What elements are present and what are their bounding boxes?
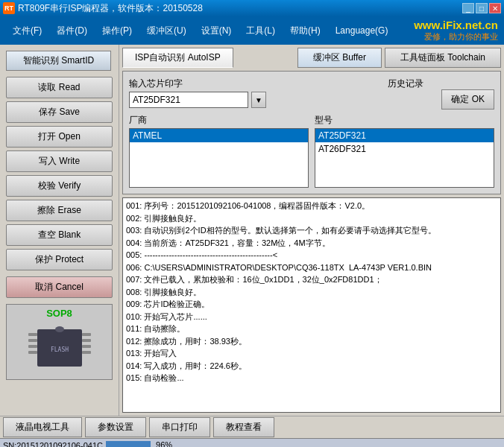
save-button[interactable]: 保存 Save xyxy=(6,101,113,123)
ok-section: 确定 OK xyxy=(441,77,494,110)
lcd-tool-button[interactable]: 液晶电视工具 xyxy=(3,417,82,437)
verify-button[interactable]: 校验 Verify xyxy=(6,175,113,197)
menu-buffer[interactable]: 缓冲区(U) xyxy=(140,22,193,39)
log-line: 010: 开始写入芯片...... xyxy=(126,311,497,323)
menu-operation[interactable]: 操作(P) xyxy=(95,22,139,39)
manufacturer-section: 厂商 ATMEL xyxy=(129,114,309,188)
right-content: ISP自动识别 AutoISP 缓冲区 Buffer 工具链面板 Toolcha… xyxy=(119,45,504,416)
cancel-button[interactable]: 取消 Cancel xyxy=(6,276,113,298)
app-icon: RT xyxy=(3,2,15,14)
svg-rect-3 xyxy=(28,339,37,342)
website-slogan: 爱修，助力你的事业 xyxy=(414,31,498,42)
svg-rect-6 xyxy=(82,333,91,336)
blank-button[interactable]: 查空 Blank xyxy=(6,224,113,246)
log-line: 013: 开始写入 xyxy=(126,347,497,360)
dropdown-button[interactable]: ▼ xyxy=(251,92,266,108)
minimize-button[interactable]: _ xyxy=(462,3,474,13)
log-line: 009: 芯片ID检验正确。 xyxy=(126,298,497,311)
menu-file[interactable]: 文件(F) xyxy=(6,22,48,39)
history-section: 历史记录 xyxy=(376,77,435,92)
params-button[interactable]: 参数设置 xyxy=(85,417,146,437)
tab-buffer[interactable]: 缓冲区 Buffer xyxy=(297,48,382,68)
log-line: 005: -----------------------------------… xyxy=(126,249,497,261)
ok-button[interactable]: 确定 OK xyxy=(441,89,494,110)
model-item-at25df321[interactable]: AT25DF321 xyxy=(315,129,494,142)
model-item-at26df321[interactable]: AT26DF321 xyxy=(315,142,494,156)
menu-tools[interactable]: 工具(L) xyxy=(239,22,282,39)
tab-smartid[interactable]: 智能识别 SmartID xyxy=(6,51,111,71)
log-line: 015: 自动检验... xyxy=(126,372,497,384)
history-label: 历史记录 xyxy=(376,77,435,90)
manufacturer-label: 厂商 xyxy=(129,114,309,127)
top-area: 文件(F) 器件(D) 操作(P) 缓冲区(U) 设置(N) 工具(L) 帮助(… xyxy=(0,16,504,45)
svg-rect-7 xyxy=(82,339,91,342)
progress-label: 96% xyxy=(156,440,172,447)
read-button[interactable]: 读取 Read xyxy=(6,77,113,98)
manufacturer-item-atmel[interactable]: ATMEL xyxy=(130,129,308,142)
website-url: www.iFix.net.cn xyxy=(414,19,498,31)
protect-button[interactable]: 保护 Protect xyxy=(6,249,113,270)
svg-text:FLASH: FLASH xyxy=(50,346,68,353)
log-line: 003: 自动识别到2个ID相符的型号。默认选择第一个，如有必要请手动选择其它型… xyxy=(126,224,497,237)
title-bar: RT RT809F串行ISP编程器，软件版本：20150528 _ □ ✕ xyxy=(0,0,504,16)
chip-section: SOP8 FLASH xyxy=(6,304,113,380)
open-button[interactable]: 打开 Open xyxy=(6,126,113,148)
menu-language[interactable]: Language(G) xyxy=(329,23,395,38)
tab-isp[interactable]: ISP自动识别 AutoISP xyxy=(122,48,233,68)
tutorial-button[interactable]: 教程查看 xyxy=(213,417,274,437)
log-line: 007: 文件已载入，累加校验和：16位_0x1DD1，32位_0x2FD81D… xyxy=(126,273,497,286)
window-title: RT809F串行ISP编程器，软件版本：20150528 xyxy=(18,2,203,15)
log-line: 014: 写入成功，用时：224.6秒。 xyxy=(126,360,497,372)
status-bar: SN:20151201092106-041C 96% xyxy=(0,438,504,447)
manufacturer-list[interactable]: ATMEL xyxy=(129,128,309,188)
log-line: 002: 引脚接触良好。 xyxy=(126,212,497,225)
svg-rect-8 xyxy=(82,345,91,348)
log-line: 011: 自动擦除。 xyxy=(126,323,497,335)
sn-text: SN:20151201092106-041C xyxy=(3,441,103,448)
chip-diagram: FLASH xyxy=(15,322,104,374)
website-info: www.iFix.net.cn 爱修，助力你的事业 xyxy=(414,19,498,42)
log-line: 004: 当前所选：AT25DF321，容量：32M位，4M字节。 xyxy=(126,237,497,250)
svg-rect-5 xyxy=(28,351,37,354)
progress-fill xyxy=(106,441,151,447)
maximize-button[interactable]: □ xyxy=(476,3,488,13)
log-line: 001: 序列号：20151201092106-041008，编程器固件版本：V… xyxy=(126,200,497,212)
chip-type-label: SOP8 xyxy=(10,308,109,319)
menu-settings[interactable]: 设置(N) xyxy=(195,22,239,39)
chip-input[interactable] xyxy=(129,92,248,108)
isp-panel: 输入芯片印字 ▼ 历史记录 确定 OK 厂商 ATMEL xyxy=(122,71,501,194)
tab-toolchain[interactable]: 工具链面板 Toolchain xyxy=(385,48,501,68)
bottom-toolbar: 液晶电视工具 参数设置 串口打印 教程查看 xyxy=(0,416,504,438)
tab-row: ISP自动识别 AutoISP 缓冲区 Buffer 工具链面板 Toolcha… xyxy=(122,48,501,68)
menu-device[interactable]: 器件(D) xyxy=(50,22,94,39)
input-label: 输入芯片印字 xyxy=(129,77,370,90)
erase-button[interactable]: 擦除 Erase xyxy=(6,200,113,221)
svg-rect-2 xyxy=(28,333,37,336)
menu-bar: 文件(F) 器件(D) 操作(P) 缓冲区(U) 设置(N) 工具(L) 帮助(… xyxy=(6,22,394,39)
svg-rect-4 xyxy=(28,345,37,348)
menu-help[interactable]: 帮助(H) xyxy=(283,22,327,39)
log-line: 008: 引脚接触良好。 xyxy=(126,286,497,299)
model-section: 型号 AT25DF321 AT26DF321 xyxy=(315,114,494,188)
close-button[interactable]: ✕ xyxy=(489,3,501,13)
log-line: 012: 擦除成功，用时：38.93秒。 xyxy=(126,335,497,348)
log-line: 006: C:\USERS\ADMINISTRATOR\DESKTOP\CQ36… xyxy=(126,261,497,274)
sidebar: 智能识别 SmartID 读取 Read 保存 Save 打开 Open 写入 … xyxy=(0,45,119,416)
progress-bar: 96% xyxy=(106,440,172,447)
svg-point-1 xyxy=(55,326,64,332)
main-container: 智能识别 SmartID 读取 Read 保存 Save 打开 Open 写入 … xyxy=(0,45,504,416)
svg-rect-9 xyxy=(82,351,91,354)
model-list[interactable]: AT25DF321 AT26DF321 xyxy=(315,128,494,188)
menu-area: 文件(F) 器件(D) 操作(P) 缓冲区(U) 设置(N) 工具(L) 帮助(… xyxy=(6,22,394,39)
serial-button[interactable]: 串口打印 xyxy=(149,417,210,437)
log-area: 001: 序列号：20151201092106-041008，编程器固件版本：V… xyxy=(122,197,501,413)
write-button[interactable]: 写入 Write xyxy=(6,150,113,172)
model-label: 型号 xyxy=(315,114,494,127)
